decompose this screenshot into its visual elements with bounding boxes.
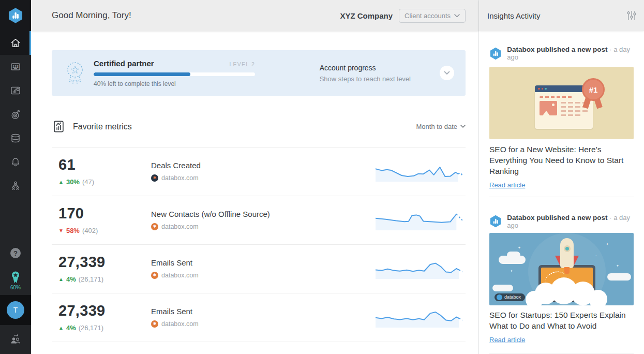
main-content: Certified partner LEVEL 2 40% left to co…: [31, 31, 478, 354]
sparkline-chart: [376, 210, 462, 230]
databox-watermark-icon: [497, 294, 502, 300]
delta-percent: 30%: [66, 178, 80, 186]
metric-row[interactable]: 170 ▼ 58% (402) New Contacts (w/o Offlin…: [52, 196, 466, 245]
level-progress-fill: [94, 72, 190, 76]
main-area: Good Morning, Tory! XYZ Company Client a…: [31, 0, 478, 354]
metric-name: Emails Sent: [151, 258, 376, 267]
image-placeholder-graphic: [540, 101, 557, 115]
sparkline-chart: [376, 161, 462, 182]
delta-arrow-icon: ▼: [58, 228, 64, 233]
article-illustration-rocket[interactable]: ✦ ✦ ✦ ✦ ·: [489, 233, 634, 305]
read-article-link[interactable]: Read article: [489, 336, 525, 344]
databoards-icon: [9, 84, 22, 97]
sidebar-item-goals[interactable]: [0, 102, 31, 126]
metric-delta: ▲ 30% (47): [58, 178, 151, 186]
sidebar-certification-badge[interactable]: 60%: [0, 265, 31, 295]
article-headline[interactable]: SEO for a New Website: Here’s Everything…: [489, 144, 634, 177]
databox-logo-icon: [7, 7, 24, 24]
sidebar-item-databoards[interactable]: [0, 79, 31, 102]
scorecards-icon: 123: [9, 61, 22, 73]
main-header: Good Morning, Tory! XYZ Company Client a…: [31, 0, 478, 31]
compare-value: (26,171): [79, 324, 103, 332]
activity-feed: Databox published a new post · a day ago…: [479, 31, 644, 354]
svg-text:?: ?: [13, 249, 18, 257]
sidebar-item-scorecards[interactable]: 123: [0, 55, 31, 79]
number-one-badge: #1: [582, 78, 605, 101]
panel-header: Insights Activity: [479, 0, 644, 31]
sidebar-item-alerts[interactable]: [0, 150, 31, 174]
sidebar-item-home[interactable]: [0, 31, 31, 55]
feed-item: Databox published a new post · a day ago…: [489, 31, 634, 197]
rocket-graphic: [560, 238, 574, 268]
delta-percent: 58%: [66, 227, 80, 234]
metric-row[interactable]: 27,339 ▲ 4% (26,171) Emails Sent ✱ datab…: [52, 245, 466, 293]
source-label: databox.com: [161, 272, 199, 279]
feed-item-header: Databox published a new post · a day ago: [489, 31, 634, 61]
expand-account-progress-button[interactable]: [440, 66, 454, 80]
sparkline-chart: [376, 307, 462, 328]
delta-arrow-icon: ▲: [58, 179, 64, 185]
hubspot-icon: ✱: [151, 272, 158, 279]
article-headline[interactable]: SEO for Startups: 150 Experts Explain Wh…: [489, 310, 634, 332]
hubspot-icon: ✱: [151, 223, 158, 230]
hubspot-icon: ✱: [151, 174, 158, 182]
company-name: XYZ Company: [340, 11, 393, 20]
metric-delta: ▼ 58% (402): [58, 227, 151, 234]
metric-value: 61: [58, 156, 151, 173]
section-title: Favorite metrics: [73, 122, 132, 131]
cloud-graphic: [507, 252, 520, 259]
panel-title: Insights Activity: [487, 11, 541, 20]
metrics-icon: [9, 132, 22, 144]
databox-logo[interactable]: [0, 0, 31, 31]
filter-sliders-icon[interactable]: [626, 10, 637, 21]
client-accounts-dropdown[interactable]: Client accounts: [399, 9, 466, 23]
source-label: databox.com: [161, 223, 199, 230]
metric-delta: ▲ 4% (26,171): [58, 324, 151, 332]
compare-value: (26,171): [79, 275, 103, 283]
help-icon: ?: [9, 246, 22, 260]
delta-arrow-icon: ▲: [58, 325, 64, 331]
sidebar-item-metrics[interactable]: [0, 126, 31, 150]
user-avatar-block[interactable]: T: [0, 295, 31, 325]
level-progress-bar: [94, 72, 255, 76]
article-illustration-browser-badge[interactable]: #1: [489, 67, 634, 139]
client-accounts-label: Client accounts: [405, 12, 451, 20]
sidebar-switch-accounts[interactable]: [0, 325, 31, 354]
metric-row[interactable]: 61 ▲ 30% (47) Deals Created ✱ databox.co…: [52, 148, 466, 196]
goals-icon: [9, 108, 22, 121]
date-range-label: Month to date: [416, 123, 458, 130]
banner-title: Certified partner: [94, 59, 154, 68]
favorite-metrics-icon: [52, 120, 66, 134]
sidebar: 123: [0, 0, 31, 354]
metric-value: 27,339: [58, 254, 151, 271]
cloud-graphic: [492, 285, 513, 291]
databox-watermark: databox: [495, 293, 525, 301]
favorite-metrics-header: Favorite metrics Month to date: [52, 120, 466, 134]
certification-ribbon-icon: [63, 60, 87, 86]
metric-row-partial[interactable]: 2,347: [52, 342, 466, 354]
page-title: Good Morning, Tory!: [52, 10, 131, 21]
feed-item-text: Databox published a new post · a day ago: [507, 46, 634, 61]
databox-avatar-icon: [489, 214, 502, 228]
sidebar-item-account-structure[interactable]: [0, 174, 31, 198]
metric-name: Deals Created: [151, 161, 376, 170]
read-article-link[interactable]: Read article: [489, 181, 525, 189]
date-range-dropdown[interactable]: Month to date: [416, 123, 466, 130]
account-structure-icon: [9, 180, 22, 192]
account-progress-title: Account progress: [320, 64, 411, 72]
compare-value: (47): [82, 178, 94, 186]
source-label: databox.com: [161, 320, 199, 328]
certification-progress-label: 60%: [10, 285, 21, 290]
home-icon: [9, 37, 22, 49]
feed-item-text: Databox published a new post · a day ago: [507, 214, 634, 229]
delta-percent: 4%: [66, 275, 76, 283]
metric-value: 27,339: [58, 302, 151, 319]
certified-partner-banner: Certified partner LEVEL 2 40% left to co…: [52, 50, 466, 96]
avatar: T: [7, 301, 24, 319]
metric-row[interactable]: 27,339 ▲ 4% (26,171) Emails Sent ✱ datab…: [52, 293, 466, 342]
sidebar-help-button[interactable]: ?: [0, 241, 31, 265]
alerts-icon: [9, 156, 22, 168]
svg-text:123: 123: [12, 65, 19, 68]
progress-caption: 40% left to complete this level: [94, 80, 255, 87]
level-badge: LEVEL 2: [230, 61, 255, 67]
